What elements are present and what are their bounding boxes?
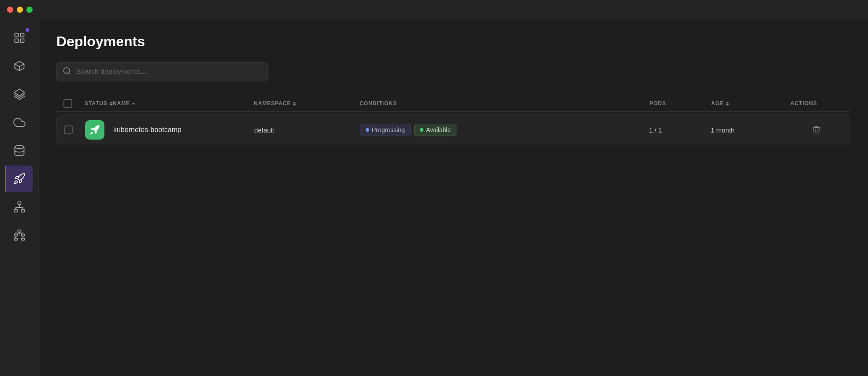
th-status[interactable]: STATUS xyxy=(85,99,113,108)
namespace-sort-icon xyxy=(293,102,296,106)
conditions-cell: Progressing Available xyxy=(360,124,649,136)
close-button[interactable] xyxy=(7,7,13,13)
svg-rect-14 xyxy=(14,238,17,240)
th-pods: PODS xyxy=(649,99,711,108)
trash-icon xyxy=(812,125,821,135)
table-header: STATUS NAME NAMESPACE xyxy=(56,96,850,112)
main-content: Deployments STATUS xyxy=(39,19,868,376)
notification-dot xyxy=(26,28,29,32)
svg-rect-3 xyxy=(20,39,24,42)
condition-progressing: Progressing xyxy=(360,124,411,136)
hierarchy-icon xyxy=(13,229,26,241)
deployment-icon xyxy=(85,120,104,140)
sidebar-item-database[interactable] xyxy=(6,137,33,164)
grid-icon xyxy=(13,32,26,44)
traffic-lights xyxy=(7,7,33,13)
deployment-age: 1 month xyxy=(711,126,790,134)
th-checkbox xyxy=(63,99,85,108)
name-sort-icon xyxy=(132,103,135,104)
deployment-namespace: default xyxy=(254,126,360,134)
actions-cell xyxy=(790,122,843,137)
deployments-table: STATUS NAME NAMESPACE xyxy=(56,96,850,145)
svg-point-6 xyxy=(15,145,24,148)
search-icon xyxy=(63,66,71,77)
svg-rect-12 xyxy=(14,234,17,236)
svg-rect-8 xyxy=(14,210,17,212)
svg-rect-9 xyxy=(21,210,24,212)
svg-rect-2 xyxy=(15,39,18,42)
sidebar xyxy=(0,19,39,376)
available-dot xyxy=(420,128,423,132)
row-checkbox-cell xyxy=(64,125,85,134)
sidebar-item-stack[interactable] xyxy=(6,81,33,107)
condition-available: Available xyxy=(414,124,457,136)
search-container xyxy=(56,62,268,81)
table-row[interactable]: kubernetes-bootcamp default Progressing … xyxy=(56,114,850,145)
row-status-cell xyxy=(85,120,113,140)
sidebar-item-hierarchy[interactable] xyxy=(6,222,33,248)
rocket-status-icon xyxy=(89,124,100,136)
sidebar-item-deployments[interactable] xyxy=(5,166,33,192)
database-icon xyxy=(13,144,26,157)
svg-rect-0 xyxy=(15,33,18,37)
th-namespace[interactable]: NAMESPACE xyxy=(254,99,360,108)
svg-rect-11 xyxy=(18,230,21,232)
minimize-button[interactable] xyxy=(17,7,23,13)
svg-rect-7 xyxy=(18,202,21,204)
box-icon xyxy=(13,60,26,72)
delete-button[interactable] xyxy=(809,122,824,137)
svg-rect-15 xyxy=(21,238,24,240)
th-actions: ACTIONS xyxy=(790,99,843,108)
sidebar-item-cloud[interactable] xyxy=(6,109,33,136)
maximize-button[interactable] xyxy=(26,7,33,13)
deployment-pods: 1 / 1 xyxy=(649,126,711,134)
search-input[interactable] xyxy=(56,62,268,81)
svg-line-20 xyxy=(69,73,70,74)
row-checkbox[interactable] xyxy=(64,125,73,134)
age-sort-icon xyxy=(726,102,729,106)
th-name[interactable]: NAME xyxy=(113,99,254,108)
svg-rect-13 xyxy=(21,234,24,236)
svg-marker-5 xyxy=(14,89,24,96)
svg-point-19 xyxy=(64,68,70,74)
sidebar-item-network[interactable] xyxy=(6,194,33,220)
th-age[interactable]: AGE xyxy=(711,99,790,108)
cloud-icon xyxy=(13,116,26,129)
deployment-name[interactable]: kubernetes-bootcamp xyxy=(113,126,254,134)
th-conditions: CONDITIONS xyxy=(360,99,649,108)
sidebar-item-box[interactable] xyxy=(6,53,33,79)
sidebar-item-grid[interactable] xyxy=(6,25,33,51)
select-all-checkbox[interactable] xyxy=(63,99,72,108)
rocket-icon xyxy=(13,173,26,185)
stack-icon xyxy=(13,88,26,100)
progressing-dot xyxy=(366,128,369,132)
page-title: Deployments xyxy=(56,33,850,50)
svg-rect-1 xyxy=(20,33,24,37)
status-sort-icon xyxy=(109,102,113,106)
network-icon xyxy=(13,201,26,213)
titlebar xyxy=(0,0,868,19)
